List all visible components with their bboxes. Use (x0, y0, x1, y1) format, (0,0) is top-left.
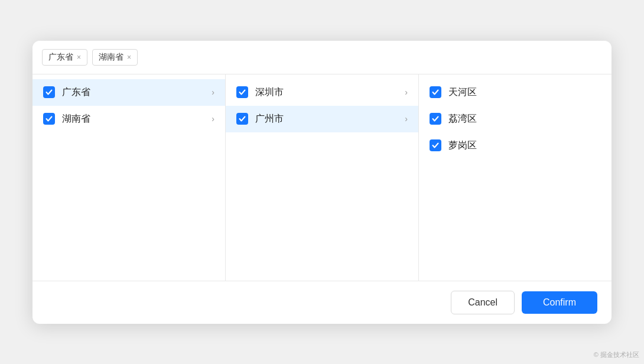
tag-guangdong[interactable]: 广东省 × (42, 49, 87, 66)
list-item-liwan[interactable]: 荔湾区 (419, 106, 612, 132)
list-item-shenzhen[interactable]: 深圳市 › (226, 79, 418, 106)
list-item-guangdong[interactable]: 广东省 › (32, 79, 225, 106)
arrow-icon-shenzhen: › (405, 87, 408, 97)
checkbox-liwan (430, 113, 441, 125)
list-item-hunan[interactable]: 湖南省 › (32, 106, 225, 132)
tag-hunan-close[interactable]: × (127, 54, 131, 61)
list-item-liwan-label: 荔湾区 (448, 113, 477, 125)
watermark: © 掘金技术社区 (594, 350, 639, 359)
columns-area: 广东省 › 湖南省 › 深圳市 (32, 74, 612, 281)
tag-guangdong-close[interactable]: × (77, 54, 81, 61)
list-item-luogang[interactable]: 萝岗区 (419, 132, 612, 159)
list-item-luogang-label: 萝岗区 (448, 139, 477, 152)
footer: Cancel Confirm (32, 281, 612, 324)
arrow-icon-guangzhou: › (405, 114, 408, 124)
list-item-guangzhou[interactable]: 广州市 › (226, 106, 418, 132)
list-item-guangdong-label: 广东省 (62, 86, 90, 99)
tag-hunan-label: 湖南省 (99, 52, 123, 63)
checkbox-hunan (43, 113, 55, 125)
tag-guangdong-label: 广东省 (48, 52, 73, 63)
list-item-tianhe[interactable]: 天河区 (419, 79, 612, 106)
checkbox-guangdong (43, 86, 55, 98)
province-column: 广东省 › 湖南省 › (32, 74, 226, 281)
list-item-tianhe-label: 天河区 (448, 86, 477, 99)
cascade-dialog: 广东省 × 湖南省 × 广东省 › (32, 41, 612, 324)
tag-row: 广东省 × 湖南省 × (32, 41, 612, 74)
cancel-button[interactable]: Cancel (451, 291, 515, 314)
list-item-shenzhen-label: 深圳市 (255, 86, 284, 99)
arrow-icon-guangdong: › (212, 87, 214, 97)
arrow-icon-hunan: › (212, 114, 214, 124)
confirm-button[interactable]: Confirm (522, 291, 597, 314)
checkbox-shenzhen (236, 86, 248, 98)
checkbox-tianhe (430, 86, 441, 98)
checkbox-guangzhou (236, 113, 248, 125)
checkbox-luogang (430, 139, 441, 151)
district-column: 天河区 荔湾区 萝岗区 (419, 74, 612, 281)
list-item-guangzhou-label: 广州市 (255, 113, 284, 125)
tag-hunan[interactable]: 湖南省 × (92, 49, 138, 66)
city-column: 深圳市 › 广州市 › (226, 74, 419, 281)
list-item-hunan-label: 湖南省 (62, 113, 90, 125)
